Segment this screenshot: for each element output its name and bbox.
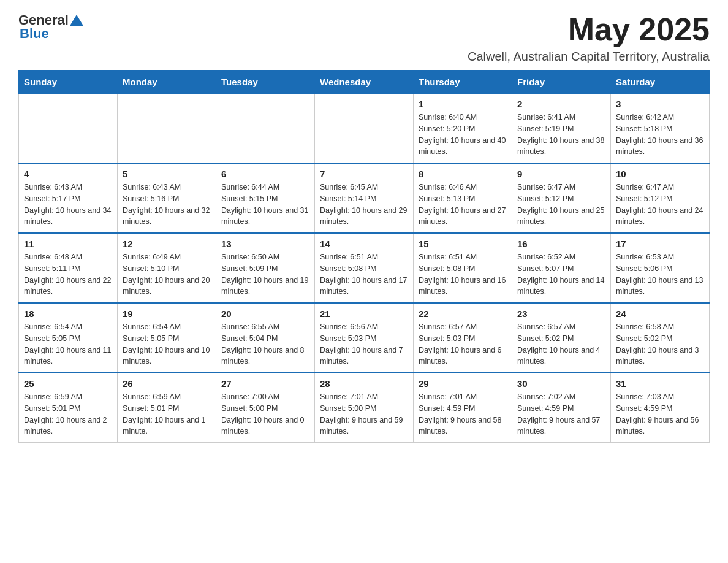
- day-number: 2: [517, 99, 605, 109]
- table-row: 1Sunrise: 6:40 AMSunset: 5:20 PMDaylight…: [414, 94, 512, 164]
- table-row: 9Sunrise: 6:47 AMSunset: 5:12 PMDaylight…: [512, 163, 611, 233]
- day-info: Sunrise: 6:54 AMSunset: 5:05 PMDaylight:…: [24, 321, 112, 367]
- day-info: Sunrise: 6:58 AMSunset: 5:02 PMDaylight:…: [616, 321, 704, 367]
- day-number: 13: [221, 239, 309, 249]
- svg-marker-0: [70, 15, 83, 26]
- table-row: 31Sunrise: 7:03 AMSunset: 4:59 PMDayligh…: [611, 373, 710, 443]
- table-row: 24Sunrise: 6:58 AMSunset: 5:02 PMDayligh…: [611, 303, 710, 373]
- day-info: Sunrise: 6:46 AMSunset: 5:13 PMDaylight:…: [419, 182, 507, 228]
- day-number: 25: [24, 378, 112, 389]
- table-row: 3Sunrise: 6:42 AMSunset: 5:18 PMDaylight…: [611, 94, 710, 164]
- day-number: 15: [419, 239, 507, 249]
- day-info: Sunrise: 6:40 AMSunset: 5:20 PMDaylight:…: [419, 112, 507, 158]
- table-row: 2Sunrise: 6:41 AMSunset: 5:19 PMDaylight…: [512, 94, 611, 164]
- table-row: 22Sunrise: 6:57 AMSunset: 5:03 PMDayligh…: [414, 303, 512, 373]
- day-info: Sunrise: 7:03 AMSunset: 4:59 PMDaylight:…: [616, 391, 704, 437]
- day-number: 23: [517, 308, 605, 319]
- day-number: 11: [24, 239, 112, 249]
- day-number: 5: [123, 169, 211, 179]
- day-number: 22: [419, 308, 507, 319]
- day-number: 8: [419, 169, 507, 179]
- day-number: 30: [517, 378, 605, 389]
- day-number: 12: [123, 239, 211, 249]
- table-row: 17Sunrise: 6:53 AMSunset: 5:06 PMDayligh…: [611, 233, 710, 303]
- day-info: Sunrise: 6:53 AMSunset: 5:06 PMDaylight:…: [616, 251, 704, 297]
- table-row: 14Sunrise: 6:51 AMSunset: 5:08 PMDayligh…: [315, 233, 414, 303]
- table-row: 30Sunrise: 7:02 AMSunset: 4:59 PMDayligh…: [512, 373, 611, 443]
- day-number: 16: [517, 239, 605, 249]
- day-info: Sunrise: 6:44 AMSunset: 5:15 PMDaylight:…: [221, 182, 309, 228]
- day-number: 31: [616, 378, 704, 389]
- table-row: [19, 94, 118, 164]
- logo-text-blue: Blue: [20, 26, 49, 42]
- table-row: 29Sunrise: 7:01 AMSunset: 4:59 PMDayligh…: [414, 373, 512, 443]
- table-row: 18Sunrise: 6:54 AMSunset: 5:05 PMDayligh…: [19, 303, 118, 373]
- day-number: 26: [123, 378, 211, 389]
- day-info: Sunrise: 6:50 AMSunset: 5:09 PMDaylight:…: [221, 251, 309, 297]
- header-sunday: Sunday: [19, 71, 118, 94]
- day-info: Sunrise: 6:41 AMSunset: 5:19 PMDaylight:…: [517, 112, 605, 158]
- table-row: 27Sunrise: 7:00 AMSunset: 5:00 PMDayligh…: [216, 373, 315, 443]
- logo: General Blue: [18, 12, 83, 42]
- day-info: Sunrise: 6:59 AMSunset: 5:01 PMDaylight:…: [123, 391, 211, 437]
- table-row: 15Sunrise: 6:51 AMSunset: 5:08 PMDayligh…: [414, 233, 512, 303]
- day-number: 14: [320, 239, 408, 249]
- table-row: 12Sunrise: 6:49 AMSunset: 5:10 PMDayligh…: [118, 233, 216, 303]
- table-row: [118, 94, 216, 164]
- day-number: 29: [419, 378, 507, 389]
- table-row: 6Sunrise: 6:44 AMSunset: 5:15 PMDaylight…: [216, 163, 315, 233]
- day-number: 20: [221, 308, 309, 319]
- day-number: 4: [24, 169, 112, 179]
- day-info: Sunrise: 6:54 AMSunset: 5:05 PMDaylight:…: [123, 321, 211, 367]
- day-number: 18: [24, 308, 112, 319]
- day-number: 24: [616, 308, 704, 319]
- month-year: May 2025: [468, 12, 710, 47]
- day-info: Sunrise: 6:48 AMSunset: 5:11 PMDaylight:…: [24, 251, 112, 297]
- table-row: 13Sunrise: 6:50 AMSunset: 5:09 PMDayligh…: [216, 233, 315, 303]
- day-info: Sunrise: 7:00 AMSunset: 5:00 PMDaylight:…: [221, 391, 309, 437]
- table-row: 10Sunrise: 6:47 AMSunset: 5:12 PMDayligh…: [611, 163, 710, 233]
- table-row: 8Sunrise: 6:46 AMSunset: 5:13 PMDaylight…: [414, 163, 512, 233]
- day-info: Sunrise: 6:47 AMSunset: 5:12 PMDaylight:…: [616, 182, 704, 228]
- day-number: 10: [616, 169, 704, 179]
- day-number: 3: [616, 99, 704, 109]
- day-info: Sunrise: 6:57 AMSunset: 5:03 PMDaylight:…: [419, 321, 507, 367]
- day-info: Sunrise: 6:55 AMSunset: 5:04 PMDaylight:…: [221, 321, 309, 367]
- week-row-4: 18Sunrise: 6:54 AMSunset: 5:05 PMDayligh…: [19, 303, 710, 373]
- day-info: Sunrise: 6:51 AMSunset: 5:08 PMDaylight:…: [419, 251, 507, 297]
- day-info: Sunrise: 6:43 AMSunset: 5:17 PMDaylight:…: [24, 182, 112, 228]
- day-info: Sunrise: 7:02 AMSunset: 4:59 PMDaylight:…: [517, 391, 605, 437]
- day-number: 28: [320, 378, 408, 389]
- day-info: Sunrise: 6:49 AMSunset: 5:10 PMDaylight:…: [123, 251, 211, 297]
- table-row: [216, 94, 315, 164]
- day-info: Sunrise: 6:52 AMSunset: 5:07 PMDaylight:…: [517, 251, 605, 297]
- table-row: 26Sunrise: 6:59 AMSunset: 5:01 PMDayligh…: [118, 373, 216, 443]
- header-wednesday: Wednesday: [315, 71, 414, 94]
- day-number: 1: [419, 99, 507, 109]
- table-row: 20Sunrise: 6:55 AMSunset: 5:04 PMDayligh…: [216, 303, 315, 373]
- header-tuesday: Tuesday: [216, 71, 315, 94]
- calendar: SundayMondayTuesdayWednesdayThursdayFrid…: [18, 70, 710, 443]
- table-row: 28Sunrise: 7:01 AMSunset: 5:00 PMDayligh…: [315, 373, 414, 443]
- calendar-header-row: SundayMondayTuesdayWednesdayThursdayFrid…: [19, 71, 710, 94]
- table-row: 19Sunrise: 6:54 AMSunset: 5:05 PMDayligh…: [118, 303, 216, 373]
- day-info: Sunrise: 7:01 AMSunset: 4:59 PMDaylight:…: [419, 391, 507, 437]
- table-row: 25Sunrise: 6:59 AMSunset: 5:01 PMDayligh…: [19, 373, 118, 443]
- table-row: 11Sunrise: 6:48 AMSunset: 5:11 PMDayligh…: [19, 233, 118, 303]
- day-number: 6: [221, 169, 309, 179]
- day-number: 17: [616, 239, 704, 249]
- day-info: Sunrise: 6:47 AMSunset: 5:12 PMDaylight:…: [517, 182, 605, 228]
- day-number: 21: [320, 308, 408, 319]
- table-row: 16Sunrise: 6:52 AMSunset: 5:07 PMDayligh…: [512, 233, 611, 303]
- day-number: 19: [123, 308, 211, 319]
- day-info: Sunrise: 6:45 AMSunset: 5:14 PMDaylight:…: [320, 182, 408, 228]
- logo-triangle-icon: [70, 13, 83, 27]
- header: General Blue May 2025 Calwell, Australia…: [18, 12, 710, 64]
- day-number: 7: [320, 169, 408, 179]
- day-info: Sunrise: 6:51 AMSunset: 5:08 PMDaylight:…: [320, 251, 408, 297]
- table-row: 7Sunrise: 6:45 AMSunset: 5:14 PMDaylight…: [315, 163, 414, 233]
- week-row-3: 11Sunrise: 6:48 AMSunset: 5:11 PMDayligh…: [19, 233, 710, 303]
- header-thursday: Thursday: [414, 71, 512, 94]
- header-monday: Monday: [118, 71, 216, 94]
- table-row: 5Sunrise: 6:43 AMSunset: 5:16 PMDaylight…: [118, 163, 216, 233]
